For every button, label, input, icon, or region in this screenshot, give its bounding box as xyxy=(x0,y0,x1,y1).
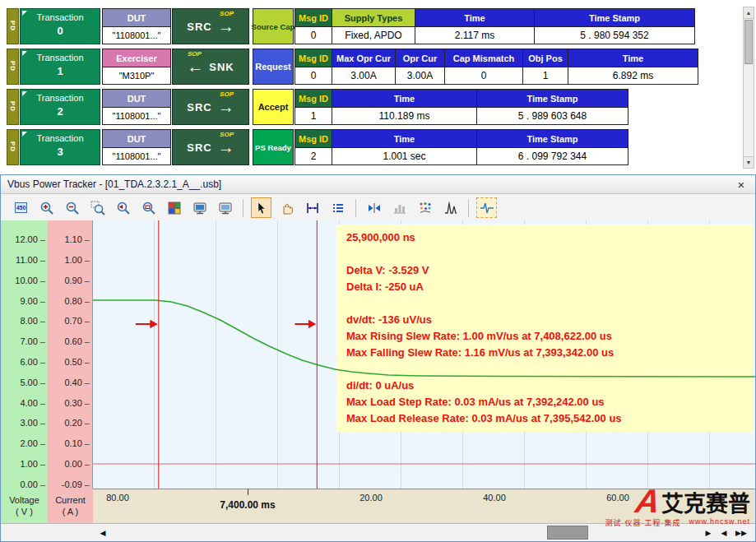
x-axis-major-tick xyxy=(248,489,248,495)
field-time[interactable]: Time 6.892 ms xyxy=(568,49,698,85)
cursor-1-arrow-icon xyxy=(136,321,157,328)
measure-icon xyxy=(305,201,320,215)
message-type-badge[interactable]: PS Ready xyxy=(253,129,294,165)
scrollbar-thumb[interactable] xyxy=(547,526,588,540)
message-type-badge[interactable]: Accept xyxy=(253,89,294,125)
message-type-badge[interactable]: Request xyxy=(253,49,294,85)
message-type-badge[interactable]: Source Cap xyxy=(253,8,294,44)
field-time-stamp[interactable]: Time Stamp 5 . 989 603 648 xyxy=(476,89,628,125)
toolbar: 450 xyxy=(1,194,755,222)
scroll-right-button[interactable]: ▶ xyxy=(700,525,717,540)
cursor-2-arrow-icon xyxy=(295,321,315,328)
field-obj-pos[interactable]: Obj Pos 1 xyxy=(522,49,568,85)
device-header: DUT xyxy=(103,130,170,148)
direction-block[interactable]: SOP SRC → xyxy=(172,8,249,44)
select-cursor-button[interactable] xyxy=(251,197,271,218)
field-header: Opr Cur xyxy=(396,49,444,67)
field-max-opr-cur[interactable]: Max Opr Cur 3.00A xyxy=(332,49,396,85)
close-icon[interactable]: × xyxy=(734,178,749,192)
device-block[interactable]: DUT "1108001..." xyxy=(102,89,171,125)
zoom-fit-button[interactable] xyxy=(138,197,159,218)
scroll-left-button[interactable]: ◀ xyxy=(95,525,111,540)
field-supply-types[interactable]: Supply Types Fixed, APDO xyxy=(332,8,415,44)
direction-block[interactable]: SOP ← SNK xyxy=(172,49,249,85)
scrollbar-thumb[interactable] xyxy=(744,20,753,64)
field-msg-id[interactable]: Msg ID 0 xyxy=(295,49,332,85)
pd-tab[interactable]: PD xyxy=(7,129,19,165)
device-value: "M310P" xyxy=(103,67,170,84)
device-block[interactable]: DUT "1108001..." xyxy=(102,8,171,44)
filter-button[interactable] xyxy=(415,197,435,218)
current-axis-title: Current ( A ) xyxy=(48,489,93,523)
fields: Msg ID 2 Time 1.001 sec Time Stamp 6 . 0… xyxy=(295,129,628,165)
field-header: Time Stamp xyxy=(477,130,628,148)
report-list-button[interactable] xyxy=(327,197,348,218)
transaction-block[interactable]: Transaction 3 xyxy=(20,129,100,165)
transaction-number: 3 xyxy=(21,146,100,158)
field-cap-mismatch[interactable]: Cap Mismatch 0 xyxy=(444,49,523,85)
screen-capture-button[interactable] xyxy=(189,197,210,218)
field-opr-cur[interactable]: Opr Cur 3.00A xyxy=(395,49,445,85)
field-time[interactable]: Time 110.189 ms xyxy=(332,89,477,125)
field-value: Fixed, APDO xyxy=(332,27,415,44)
field-time-stamp[interactable]: Time Stamp 5 . 980 594 352 xyxy=(534,8,695,44)
field-msg-id[interactable]: Msg ID 0 xyxy=(295,8,332,44)
device-value: "1108001..." xyxy=(103,148,170,164)
statistics-button[interactable] xyxy=(389,197,410,218)
current-axis-title-line1: Current xyxy=(55,494,86,506)
transaction-list-scrollbar[interactable]: ▲ ▼ xyxy=(743,7,754,169)
field-value: 0 xyxy=(295,27,332,44)
select-cursor-icon xyxy=(254,201,269,215)
jump-end-button[interactable]: ▶▶ xyxy=(731,525,751,540)
page-left-button[interactable]: ◀ xyxy=(718,525,730,540)
transaction-row: PD Transaction 3 DUT "1108001..." SOP SR… xyxy=(7,129,628,165)
direction-arrow-icon: → xyxy=(218,18,234,35)
device-block[interactable]: DUT "1108001..." xyxy=(102,129,171,165)
monitor-button[interactable] xyxy=(215,197,235,218)
monitor-icon xyxy=(218,201,233,215)
fields: Msg ID 0 Supply Types Fixed, APDO Time 2… xyxy=(295,8,695,44)
goto-cursor-button[interactable] xyxy=(364,197,384,218)
waveform-overlay-button[interactable] xyxy=(476,197,497,218)
field-msg-id[interactable]: Msg ID 2 xyxy=(295,129,332,165)
pd-tab[interactable]: PD xyxy=(7,8,19,44)
field-time[interactable]: Time 2.117 ms xyxy=(415,8,535,44)
scroll-down-button[interactable]: ▼ xyxy=(744,156,754,168)
pd-tab[interactable]: PD xyxy=(7,89,19,125)
scroll-up-button[interactable]: ▲ xyxy=(744,7,754,19)
transaction-label: Transaction xyxy=(21,53,100,63)
direction-block[interactable]: SOP SRC → xyxy=(172,89,249,125)
transaction-list: PD Transaction 0 DUT "1108001..." SOP SR… xyxy=(0,0,756,174)
window-titlebar[interactable]: Vbus Power Tracker - [01_TDA.2.3.2.1_A__… xyxy=(1,175,755,194)
app-root: PD Transaction 0 DUT "1108001..." SOP SR… xyxy=(0,0,756,542)
zoom-previous-button[interactable] xyxy=(113,197,133,218)
transaction-block[interactable]: Transaction 1 xyxy=(20,49,100,85)
spectrum-button[interactable] xyxy=(440,197,461,218)
field-time-stamp[interactable]: Time Stamp 6 . 099 792 344 xyxy=(476,129,628,165)
zoom-in-button[interactable] xyxy=(36,197,57,218)
display-settings-button[interactable] xyxy=(164,197,184,218)
field-msg-id[interactable]: Msg ID 1 xyxy=(295,89,332,125)
transaction-block[interactable]: Transaction 2 xyxy=(20,89,100,125)
scale-450-button[interactable]: 450 xyxy=(11,197,31,218)
screen-capture-icon xyxy=(192,201,207,215)
field-time[interactable]: Time 1.001 sec xyxy=(332,129,477,165)
direction-block[interactable]: SOP SRC → xyxy=(172,129,249,165)
field-value: 1 xyxy=(295,108,332,124)
voltage-ticks: 12.0011.0010.009.008.007.006.005.004.003… xyxy=(1,229,45,494)
waveform-plot[interactable]: 25,900,000 nsDelta V: -3.529 VDelta I: -… xyxy=(93,220,755,489)
zoom-previous-icon xyxy=(116,201,131,215)
transaction-block[interactable]: Transaction 0 xyxy=(20,8,100,44)
pd-tab[interactable]: PD xyxy=(7,49,19,85)
transaction-label: Transaction xyxy=(21,133,100,143)
pan-hand-button[interactable] xyxy=(276,197,297,218)
measure-button[interactable] xyxy=(302,197,322,218)
field-value: 0 xyxy=(445,67,522,84)
zoom-region-icon xyxy=(90,201,105,215)
zoom-out-button[interactable] xyxy=(62,197,82,218)
fields: Msg ID 1 Time 110.189 ms Time Stamp 5 . … xyxy=(295,89,628,125)
zoom-region-button[interactable] xyxy=(87,197,108,218)
sop-label: SOP xyxy=(220,90,234,98)
chart-horizontal-scrollbar[interactable]: ◀ ▶ ◀ ▶▶ xyxy=(1,523,755,541)
device-block[interactable]: Exerciser "M310P" xyxy=(102,49,171,85)
